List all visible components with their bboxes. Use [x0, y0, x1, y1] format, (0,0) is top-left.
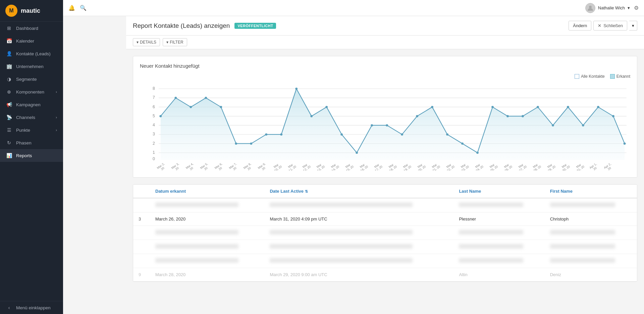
legend-erkannt: Erkannt	[610, 74, 630, 79]
table-row	[133, 254, 637, 268]
sidebar-item-reports[interactable]: 📊 Reports	[0, 149, 63, 162]
table-row	[133, 226, 637, 240]
filter-button[interactable]: ▾ FILTER	[163, 38, 187, 46]
segments-icon: ◑	[6, 76, 12, 82]
row-datum	[150, 240, 264, 254]
legend-alle: Alle Kontakte	[575, 74, 605, 79]
row-num	[133, 198, 150, 212]
close-button[interactable]: ✕ Schließen	[593, 21, 627, 30]
svg-point-37	[446, 133, 448, 136]
search-icon[interactable]: 🔍	[80, 5, 87, 11]
chart-container: 8 7 6 5 4 3 2 1 0	[140, 81, 630, 171]
main-content: Report Kontakte (Leads) anzeigen VERÖFFE…	[126, 16, 644, 314]
collapse-label: Menü einklappen	[16, 305, 51, 310]
filter-chevron-icon: ▾	[166, 40, 168, 45]
user-dropdown-icon: ▾	[628, 5, 630, 10]
chevron-right-icon: ›	[56, 90, 57, 94]
contacts-icon: 👤	[6, 51, 12, 56]
svg-point-31	[356, 151, 358, 154]
svg-text:1: 1	[153, 150, 155, 155]
logo-icon: M	[5, 5, 17, 17]
col-last-name[interactable]: Last Name	[453, 185, 544, 198]
edit-button[interactable]: Ändern	[569, 21, 591, 30]
svg-text:4: 4	[153, 123, 155, 127]
sidebar-item-label: Channels	[16, 115, 35, 120]
svg-point-34	[401, 133, 403, 136]
points-icon: ☰	[6, 127, 12, 133]
sidebar-item-komponenten[interactable]: ⊕ Komponenten ›	[0, 85, 63, 98]
svg-text:2: 2	[153, 141, 155, 146]
chart-title: Neuer Kontakt hinzugefügt	[140, 63, 630, 69]
data-table: Datum erkannt Date Last Active ⇅ Last Na…	[133, 184, 637, 282]
row-num: 9	[133, 268, 150, 281]
topbar-right: Nathalie Wich ▾ ⚙	[585, 3, 639, 13]
col-first-name[interactable]: First Name	[545, 185, 637, 198]
svg-point-26	[280, 133, 282, 136]
svg-point-32	[371, 124, 373, 127]
chart-legend: Alle Kontakte Erkannt	[140, 74, 630, 79]
sidebar-item-label: Reports	[16, 153, 32, 158]
svg-point-48	[612, 115, 614, 117]
chevron-right-icon: ›	[56, 128, 57, 132]
chevron-right-icon: ›	[56, 115, 57, 119]
table-body: 3 March 26, 2020 March 31, 2020 4:09 pm …	[133, 198, 637, 281]
sidebar-item-segmente[interactable]: ◑ Segmente	[0, 73, 63, 85]
nav-items: ⊞ Dashboard 📅 Kalender 👤 Kontakte (Leads…	[0, 22, 63, 162]
report-table: Datum erkannt Date Last Active ⇅ Last Na…	[133, 185, 637, 281]
page-title: Report Kontakte (Leads) anzeigen	[133, 22, 230, 29]
legend-erkannt-box	[610, 74, 615, 79]
legend-erkannt-label: Erkannt	[616, 74, 630, 79]
svg-point-39	[476, 151, 479, 154]
svg-point-18	[159, 115, 162, 117]
components-icon: ⊕	[6, 89, 12, 95]
line-chart-svg: 8 7 6 5 4 3 2 1 0	[140, 81, 630, 162]
sidebar-item-punkte[interactable]: ☰ Punkte ›	[0, 124, 63, 136]
svg-point-46	[582, 124, 584, 127]
table-row: 9 March 28, 2020 March 29, 2020 9:00 am …	[133, 268, 637, 281]
sidebar-item-dashboard[interactable]: ⊞ Dashboard	[0, 22, 63, 35]
sidebar-item-unternehmen[interactable]: 🏢 Unternehmen	[0, 60, 63, 73]
topbar-icons: 🔔 🔍	[68, 5, 87, 11]
sort-icon: ⇅	[305, 189, 308, 193]
sidebar-item-kalender[interactable]: 📅 Kalender	[0, 35, 63, 47]
sidebar-item-kampagnen[interactable]: 📢 Kampagnen	[0, 98, 63, 111]
collapse-menu-button[interactable]: ‹ Menü einklappen	[0, 301, 63, 314]
svg-text:6: 6	[153, 105, 155, 109]
user-menu[interactable]: Nathalie Wich ▾	[585, 3, 630, 13]
sidebar-item-kontakte[interactable]: 👤 Kontakte (Leads)	[0, 47, 63, 60]
row-last-name	[453, 198, 544, 212]
svg-text:7: 7	[153, 96, 155, 100]
svg-point-28	[310, 115, 313, 117]
svg-point-25	[265, 133, 267, 136]
caret-down-icon: ▾	[632, 23, 634, 28]
svg-point-29	[325, 106, 328, 108]
sidebar-item-label: Punkte	[16, 128, 30, 133]
svg-point-44	[552, 124, 554, 127]
sidebar-item-channels[interactable]: 📡 Channels ›	[0, 111, 63, 124]
actions-dropdown-button[interactable]: ▾	[629, 21, 637, 30]
col-date-last-active[interactable]: Date Last Active ⇅	[264, 185, 453, 198]
campaigns-icon: 📢	[6, 102, 12, 107]
table-header-row: Datum erkannt Date Last Active ⇅ Last Na…	[133, 185, 637, 198]
sidebar-item-label: Kalender	[16, 39, 34, 44]
row-first-name	[545, 226, 637, 240]
notification-bell-icon[interactable]: 🔔	[68, 5, 75, 11]
col-datum[interactable]: Datum erkannt	[150, 185, 264, 198]
sidebar-item-label: Phasen	[16, 140, 32, 145]
svg-point-33	[386, 124, 388, 127]
row-datum: March 28, 2020	[150, 268, 264, 281]
details-button[interactable]: ▾ DETAILS	[133, 38, 160, 46]
svg-point-0	[589, 6, 592, 8]
svg-point-19	[174, 97, 177, 99]
collapse-icon: ‹	[6, 305, 12, 310]
settings-gear-icon[interactable]: ⚙	[634, 5, 639, 11]
svg-point-45	[567, 106, 569, 108]
row-date-last-active	[264, 226, 453, 240]
row-date-last-active: March 29, 2020 9:00 am UTC	[264, 268, 453, 281]
row-num	[133, 254, 150, 268]
svg-point-36	[431, 106, 433, 108]
col-num	[133, 185, 150, 198]
reports-icon: 📊	[6, 153, 12, 158]
topbar: 🔔 🔍 Nathalie Wich ▾ ⚙	[63, 0, 644, 16]
sidebar-item-phasen[interactable]: ↻ Phasen	[0, 136, 63, 149]
